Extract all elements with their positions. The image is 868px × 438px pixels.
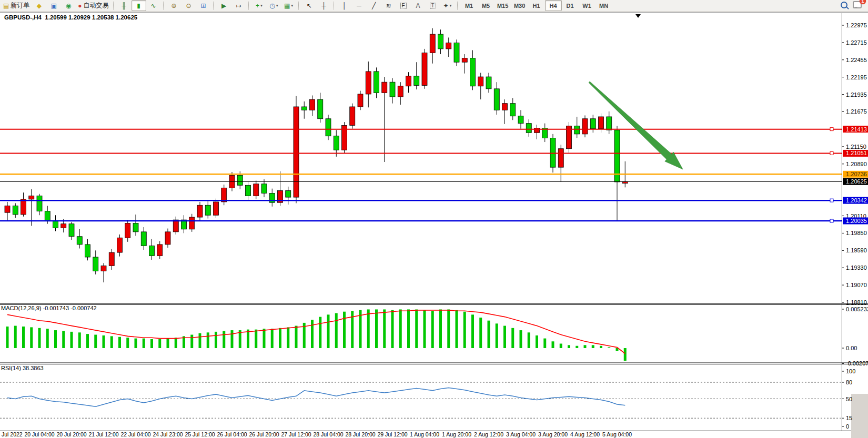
text-button[interactable]: A — [411, 0, 426, 11]
timeframe-w1[interactable]: W1 — [579, 0, 596, 11]
horizontal-line[interactable] — [0, 128, 842, 131]
tile-windows-button[interactable]: ⊞ — [196, 0, 211, 11]
macd-histogram-bar — [110, 336, 113, 348]
toolbar-separator — [113, 2, 115, 10]
window-corner — [851, 394, 868, 438]
timeframe-h1[interactable]: H1 — [528, 0, 545, 11]
bull-candle — [430, 34, 435, 53]
chart-shift-marker[interactable] — [635, 14, 641, 18]
vertical-line-button-icon: │ — [342, 3, 347, 9]
zoom-out-button[interactable]: ⊖ — [181, 0, 196, 11]
bull-candle — [294, 107, 299, 197]
chart-ohlc-values: 1.20599 1.20929 1.20538 1.20625 — [45, 14, 137, 21]
bull-candle — [21, 199, 26, 215]
rsi-pane — [0, 371, 844, 426]
macd-histogram-bar — [391, 310, 394, 348]
periods-button[interactable]: ◷ — [267, 0, 281, 11]
bear-candle — [318, 99, 323, 119]
bear-candle — [494, 89, 499, 110]
macd-histogram-bar — [503, 326, 506, 348]
bull-candle — [366, 72, 371, 94]
price-tick-label: 1.19590 — [846, 247, 867, 253]
chart-title: GBPUSD-,H4 1.20599 1.20929 1.20538 1.206… — [4, 14, 137, 21]
timeframe-m5-label: M5 — [482, 3, 490, 9]
macd-histogram-bar — [367, 309, 370, 348]
new-order-button[interactable]: ▤新订单 — [1, 0, 32, 11]
equidistant-channel-button[interactable]: ≋ — [381, 0, 396, 11]
timeframe-m30[interactable]: M30 — [511, 0, 528, 11]
bear-candle — [93, 257, 98, 271]
fibonacci-button-icon: F — [400, 3, 407, 9]
gold-bars-icon[interactable]: ◆ — [32, 0, 46, 11]
rsi-level-label: 80 — [846, 379, 852, 385]
cursor-button[interactable]: ↖ — [302, 0, 317, 11]
zoom-in-button[interactable]: ⊕ — [167, 0, 181, 11]
trendline-button[interactable]: ╱ — [367, 0, 381, 11]
macd-histogram-bar — [439, 309, 442, 348]
arrows-button[interactable]: ✦ — [440, 0, 455, 11]
timeframe-m1[interactable]: M1 — [461, 0, 478, 11]
bull-candle — [462, 58, 467, 63]
time-axis-label: 27 Jul 12:00 — [281, 431, 311, 437]
timeframe-d1[interactable]: D1 — [562, 0, 579, 11]
chat-button[interactable]: 1 — [853, 1, 862, 11]
macd-histogram-bar — [86, 334, 89, 348]
timeframe-h1-label: H1 — [533, 3, 540, 9]
line-chart-button[interactable]: ∿ — [146, 0, 161, 11]
bull-candle — [558, 149, 563, 167]
horizontal-line[interactable] — [0, 219, 842, 222]
notification-badge: 1 — [860, 0, 866, 4]
hline-price-text: 1.20736 — [846, 171, 867, 177]
line-handle[interactable] — [830, 219, 833, 222]
candlestick-chart-button[interactable]: ▮ — [132, 0, 146, 11]
auto-trading-button[interactable]: ●自动交易 — [76, 0, 110, 11]
macd-histogram-bar — [335, 313, 338, 348]
timeframe-h4[interactable]: H4 — [545, 0, 562, 11]
crosshair-button[interactable]: ┼ — [317, 0, 331, 11]
toolbar-separator — [334, 2, 335, 10]
chart-canvas[interactable]: 1.229751.227151.224551.221951.219351.216… — [0, 12, 868, 438]
time-axis-label: 24 Jul 23:00 — [153, 431, 183, 437]
macd-histogram-bar — [608, 348, 610, 348]
rsi-level-label: 50 — [846, 396, 852, 402]
macd-histogram-bar — [383, 309, 386, 348]
macd-histogram-bar — [54, 330, 57, 348]
bull-candle — [350, 107, 355, 125]
chart-shift-button[interactable]: ↦ — [231, 0, 246, 11]
vertical-line-button[interactable]: │ — [337, 0, 352, 11]
accounts-icon[interactable]: ▣ — [46, 0, 61, 11]
line-handle[interactable] — [830, 128, 833, 131]
timeframe-m5[interactable]: M5 — [478, 0, 494, 11]
timeframe-mn[interactable]: MN — [596, 0, 612, 11]
bear-candle — [326, 119, 331, 136]
arrows-button-icon: ✦ — [443, 3, 449, 9]
indicators-button[interactable]: + — [252, 0, 267, 11]
bull-candle — [406, 76, 411, 86]
search-button[interactable] — [841, 1, 847, 11]
line-handle[interactable] — [830, 151, 833, 155]
line-handle[interactable] — [830, 199, 833, 202]
macd-histogram-bar — [263, 329, 266, 348]
time-axis-label: 28 Jul 20:00 — [345, 431, 375, 437]
fibonacci-button[interactable]: F — [396, 0, 411, 11]
text-label-button[interactable]: T — [426, 0, 440, 11]
macd-histogram-bar — [536, 335, 538, 348]
horizontal-line[interactable] — [0, 199, 842, 202]
bull-candle — [214, 202, 219, 215]
bar-chart-button[interactable]: ╫ — [117, 0, 132, 11]
bull-candle — [599, 117, 604, 129]
horizontal-line[interactable] — [0, 151, 842, 155]
macd-histogram-bar — [327, 314, 330, 348]
timeframe-m15[interactable]: M15 — [494, 0, 511, 11]
macd-indicator-label: MACD(12,26,9) -0.001743 -0.000742 — [1, 305, 97, 311]
macd-histogram-bar — [415, 309, 418, 348]
auto-scroll-button[interactable]: ▶ — [217, 0, 231, 11]
templates-button-icon: ▦ — [284, 3, 290, 9]
signal-icon[interactable]: ◉ — [61, 0, 76, 11]
candlestick-chart-button-icon: ▮ — [137, 3, 140, 9]
magnifier-icon — [841, 2, 847, 8]
templates-button[interactable]: ▦ — [281, 0, 296, 11]
macd-histogram-bar — [311, 320, 314, 348]
macd-histogram-bar — [38, 328, 41, 348]
horizontal-line-button[interactable]: ─ — [352, 0, 367, 11]
